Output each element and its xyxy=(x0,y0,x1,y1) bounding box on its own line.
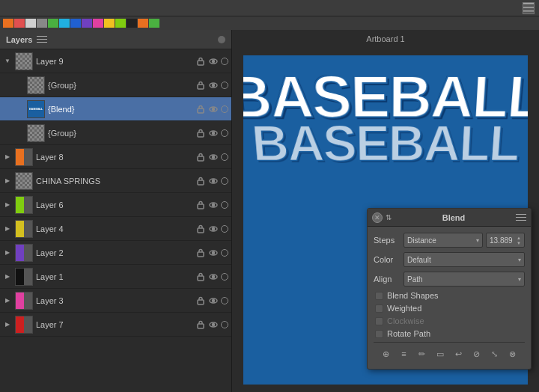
color-swatch[interactable] xyxy=(70,19,81,28)
layer-row[interactable]: ▶Layer 4 xyxy=(0,217,231,241)
blend-panel-close[interactable]: ✕ xyxy=(372,212,383,223)
expand-arrow-icon[interactable]: ▶ xyxy=(3,320,12,329)
layer-row[interactable]: ▶Layer 7 xyxy=(0,313,231,337)
lock-icon[interactable] xyxy=(195,56,206,67)
color-swatch[interactable] xyxy=(59,19,70,28)
layer-row[interactable]: {Group} xyxy=(0,121,231,145)
lock-icon[interactable] xyxy=(195,200,206,210)
color-swatch[interactable] xyxy=(14,19,25,28)
lock-icon[interactable] xyxy=(195,319,206,330)
color-swatch[interactable] xyxy=(115,19,126,28)
lock-icon[interactable] xyxy=(195,80,206,91)
layer-row[interactable]: ▶Layer 2 xyxy=(0,241,231,265)
eye-icon[interactable] xyxy=(208,248,219,258)
layers-list[interactable]: ▼Layer 9{Group}BASEBALL{Blend}{Group}▶La… xyxy=(0,49,231,392)
layer-color-dot[interactable] xyxy=(221,58,228,65)
layer-color-dot[interactable] xyxy=(221,177,228,185)
layers-panel-menu[interactable] xyxy=(37,35,47,44)
layer-color-dot[interactable] xyxy=(221,82,228,89)
blend-steps-method[interactable]: Distance ▾ xyxy=(404,233,483,248)
shape-icon[interactable]: ▭ xyxy=(433,346,448,361)
blend-checkbox-2[interactable] xyxy=(375,317,383,325)
layer-color-dot[interactable] xyxy=(221,225,228,233)
blend-checkbox-0[interactable] xyxy=(375,292,383,300)
layer-row[interactable]: BASEBALL{Blend} xyxy=(0,97,231,121)
expand-arrow-icon[interactable]: ▶ xyxy=(3,177,12,186)
expand-arrow-icon[interactable]: ▶ xyxy=(3,272,12,281)
eye-icon[interactable] xyxy=(208,224,219,234)
delete-icon[interactable]: ⊗ xyxy=(505,346,520,361)
reverse-icon[interactable]: ↩ xyxy=(451,346,466,361)
color-swatch[interactable] xyxy=(37,19,47,28)
layer-color-dot[interactable] xyxy=(221,321,228,328)
color-swatch[interactable] xyxy=(93,19,103,28)
layer-row[interactable]: ▼Layer 9 xyxy=(0,49,231,73)
lock-icon[interactable] xyxy=(195,224,206,234)
expand-arrow-icon[interactable]: ▶ xyxy=(3,224,12,233)
eye-icon[interactable] xyxy=(208,176,219,186)
blend-checkbox-1[interactable] xyxy=(375,304,383,313)
expand-arrow-icon[interactable]: ▶ xyxy=(3,153,12,162)
expand-arrow-icon[interactable]: ▶ xyxy=(3,248,12,257)
layer-name: Layer 1 xyxy=(36,272,192,281)
color-swatch[interactable] xyxy=(82,19,92,28)
eye-icon[interactable] xyxy=(208,319,219,330)
layer-row[interactable]: ▶Layer 1 xyxy=(0,265,231,289)
lock-icon[interactable] xyxy=(195,128,206,138)
expand-arrow-icon[interactable]: ▶ xyxy=(3,296,12,305)
exclude-icon[interactable]: ⊘ xyxy=(469,346,484,361)
layer-row[interactable]: ▶CHINA SPRINGS xyxy=(0,169,231,193)
eye-icon[interactable] xyxy=(208,272,219,282)
blend-panel-menu[interactable] xyxy=(516,213,526,222)
color-swatch[interactable] xyxy=(127,19,137,28)
eye-icon[interactable] xyxy=(208,128,219,138)
expand-arrow-icon[interactable]: ▶ xyxy=(3,200,12,209)
layer-thumbnail xyxy=(15,268,33,286)
eye-icon[interactable] xyxy=(208,200,219,210)
blend-checkbox-3[interactable] xyxy=(375,330,383,338)
blend-color-value[interactable]: Default ▾ xyxy=(404,252,525,267)
layer-color-dot[interactable] xyxy=(221,129,228,137)
lock-icon[interactable] xyxy=(195,152,206,162)
blend-steps-value[interactable]: 13.889 ▲▼ xyxy=(486,233,525,248)
eye-icon[interactable] xyxy=(208,295,219,306)
edit-icon[interactable]: ✏ xyxy=(415,346,430,361)
expand-icon[interactable]: ⤡ xyxy=(487,346,502,361)
layer-color-dot[interactable] xyxy=(221,273,228,281)
layer-name: Layer 7 xyxy=(36,320,192,329)
blend-steps-stepper[interactable]: ▲▼ xyxy=(517,236,521,245)
layer-row[interactable]: ▶Layer 8 xyxy=(0,145,231,169)
expand-arrow-icon[interactable]: ▼ xyxy=(3,57,12,66)
layer-row[interactable]: {Group} xyxy=(0,73,231,97)
eye-icon[interactable] xyxy=(208,56,219,67)
lock-icon[interactable] xyxy=(195,295,206,306)
color-swatch[interactable] xyxy=(104,19,115,28)
eye-icon[interactable] xyxy=(208,104,219,114)
eye-icon[interactable] xyxy=(208,152,219,162)
eye-icon[interactable] xyxy=(208,80,219,91)
layer-color-dot[interactable] xyxy=(221,201,228,209)
layer-color-dot[interactable] xyxy=(221,297,228,304)
layers-panel-close[interactable] xyxy=(218,36,225,43)
color-swatch[interactable] xyxy=(149,19,159,28)
color-swatch[interactable] xyxy=(3,19,13,28)
panel-menu-icon[interactable] xyxy=(523,2,535,14)
layer-color-dot[interactable] xyxy=(221,153,228,161)
blend-align-value[interactable]: Path ▾ xyxy=(404,272,525,287)
svg-point-29 xyxy=(213,251,215,254)
layer-row[interactable]: ▶Layer 3 xyxy=(0,289,231,313)
layer-color-dot[interactable] xyxy=(221,105,228,113)
layer-row[interactable]: ▶Layer 6 xyxy=(0,193,231,217)
lock-icon[interactable] xyxy=(195,248,206,258)
svg-rect-0 xyxy=(523,3,534,4)
color-swatch[interactable] xyxy=(25,19,36,28)
svg-point-11 xyxy=(213,108,215,110)
align-icon[interactable]: ≡ xyxy=(396,346,411,361)
lock-icon[interactable] xyxy=(195,104,206,114)
color-swatch[interactable] xyxy=(138,19,148,28)
color-swatch[interactable] xyxy=(48,19,58,28)
layer-color-dot[interactable] xyxy=(221,249,228,257)
lock-icon[interactable] xyxy=(195,272,206,282)
lock-icon[interactable] xyxy=(195,176,206,186)
add-icon[interactable]: ⊕ xyxy=(378,346,393,361)
